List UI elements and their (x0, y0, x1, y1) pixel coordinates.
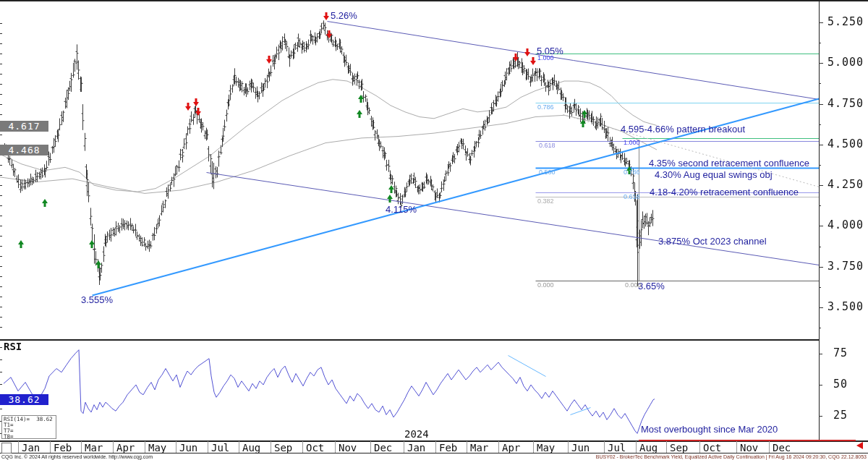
month-label: Jun (179, 443, 197, 453)
status-bar: CQG Inc. © 2024 All rights reserved worl… (0, 454, 868, 460)
rsi-study-legend[interactable]: RSI(14)= 38.62 T1= T7= T8= (1, 415, 56, 439)
month-separator (370, 441, 371, 453)
rsi-axis-label: 25 (833, 410, 848, 421)
fib-level-label: 0.618 (624, 194, 640, 200)
price-axis-label: 5.000 (827, 57, 864, 68)
price-axis-label: 4.750 (827, 98, 864, 109)
fib-level-label: 0.786 (624, 169, 640, 176)
month-separator (208, 441, 208, 453)
fib-level-label: 1.000 (537, 55, 554, 61)
price-axis-tag: 4.617 (0, 121, 48, 132)
month-separator (335, 441, 336, 453)
rsi-legend-line4: T8= (4, 434, 54, 440)
month-separator (498, 441, 499, 453)
month-label: Nov (740, 443, 758, 453)
month-separator (533, 441, 534, 453)
price-axis-tag: 4.468 (0, 145, 48, 156)
fib-level-label: 0.786 (537, 104, 554, 111)
price-axis-label: 4.000 (827, 220, 864, 231)
price-rsi-chart-canvas (0, 0, 868, 460)
fib-level-label: 0.382 (537, 198, 554, 205)
future-session-red-line (639, 440, 856, 441)
fib-level-label: 0.000 (625, 282, 642, 289)
month-separator (271, 441, 271, 453)
annotation-text: 5.26% (331, 11, 357, 20)
month-separator (769, 441, 770, 453)
month-separator (302, 441, 303, 453)
month-label: Jan (22, 443, 40, 453)
time-axis-corner-box (1, 443, 12, 453)
annotation-text: 4.595-4.66% pattern breakout (621, 124, 745, 134)
month-label: Apr (116, 443, 135, 453)
annotation-text: 3.875% Oct 2023 channel (658, 237, 767, 246)
month-separator (145, 441, 145, 453)
month-separator (736, 441, 737, 453)
month-label: Jul (211, 443, 229, 453)
month-label: Jul (608, 443, 626, 453)
annotation-text: 3.65% (638, 281, 665, 291)
annotation-text: Most overbought since Mar 2020 (641, 425, 778, 434)
scroll-left-red-arrow-icon[interactable] (856, 442, 863, 449)
month-label: Oct (306, 443, 324, 453)
month-label: Feb (439, 443, 457, 453)
status-contract-text: BUSY02 - BrokerTec Benchmark Yield, Equa… (596, 454, 867, 459)
annotation-text: 4.35% second retracement confluence (649, 158, 809, 168)
month-label: Feb (54, 443, 72, 453)
price-axis-label: 5.250 (827, 17, 864, 27)
month-separator (176, 441, 176, 453)
month-label: Aug (639, 443, 658, 453)
fib-level-label: 0.618 (539, 142, 556, 149)
month-separator (568, 441, 569, 453)
status-copyright-text: CQG Inc. © 2024 All rights reserved worl… (1, 454, 153, 459)
fib-level-label: 1.000 (624, 140, 640, 146)
month-separator (18, 441, 19, 453)
month-label: Jun (571, 443, 590, 453)
month-separator (604, 441, 605, 453)
month-separator (666, 441, 667, 453)
month-label: Nov (339, 443, 357, 453)
rsi-axis-label: 50 (833, 379, 848, 390)
month-separator (239, 441, 239, 453)
month-separator (435, 441, 436, 453)
price-axis-label: 3.500 (827, 302, 864, 312)
rsi-panel-title: RSI (4, 341, 22, 352)
month-label: May (537, 443, 555, 453)
month-label: Apr (502, 443, 520, 453)
month-label: Oct (703, 443, 721, 453)
month-separator (467, 441, 467, 453)
month-label: Aug (242, 443, 260, 453)
rsi-axis-label: 75 (833, 348, 848, 359)
x-axis-year-label: 2024 (404, 429, 429, 439)
annotation-text: 4.30% Aug equal swings obj (655, 170, 773, 179)
annotation-text: 4.115% (386, 205, 417, 214)
month-separator (81, 441, 82, 453)
annotation-text: 3.555% (81, 295, 113, 304)
price-axis-label: 3.750 (827, 261, 864, 272)
month-label: Sep (670, 443, 688, 453)
month-separator (113, 441, 114, 453)
cqg-chart-window: { "status_bar": { "left": "CQG Inc. © 20… (0, 0, 868, 460)
month-label: Dec (773, 443, 791, 453)
fib-level-label: 0.500 (539, 169, 556, 176)
month-separator (50, 441, 51, 453)
month-label: Mar (470, 443, 488, 453)
price-axis-label: 4.500 (827, 139, 864, 150)
month-label: Dec (374, 443, 392, 453)
fib-level-label: 0.000 (537, 282, 554, 289)
price-axis-label: 4.250 (827, 179, 864, 190)
month-label: Mar (85, 443, 103, 453)
month-label: Sep (274, 443, 292, 453)
month-separator (699, 441, 700, 453)
month-separator (636, 441, 637, 453)
annotation-text: 4.18-4.20% retracement confluence (650, 187, 799, 197)
month-label: May (148, 443, 166, 453)
rsi-value-tag: 38.62 (0, 394, 48, 405)
month-separator (404, 441, 404, 453)
month-label: Jan (407, 443, 425, 453)
